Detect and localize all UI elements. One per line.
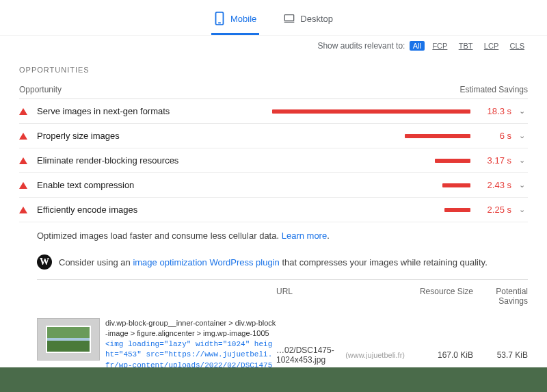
opportunity-row[interactable]: Eliminate render-blocking resources3.17 … <box>19 148 528 173</box>
tab-desktop[interactable]: Desktop <box>281 7 336 35</box>
filter-chip-all[interactable]: All <box>410 41 425 51</box>
desktop-icon <box>284 11 295 26</box>
savings-value: 6 s <box>477 131 511 141</box>
fail-triangle-icon <box>19 182 27 189</box>
col-opportunity: Opportunity <box>19 85 62 94</box>
footer-bar <box>0 367 547 392</box>
fail-triangle-icon <box>19 207 27 213</box>
chevron-down-icon: ⌄ <box>516 131 528 140</box>
chevron-down-icon: ⌄ <box>516 156 528 165</box>
opportunity-row[interactable]: Efficiently encode images2.25 s⌄ <box>19 198 528 222</box>
resource-thumbnail <box>37 318 100 361</box>
savings-bar <box>272 134 470 138</box>
savings-value: 18.3 s <box>477 106 511 116</box>
section-title-opportunities: OPPORTUNITIES <box>19 66 528 74</box>
plugin-link[interactable]: image optimization WordPress plugin <box>133 257 279 267</box>
chevron-down-icon: ⌄ <box>516 107 528 116</box>
wordpress-icon: W <box>37 254 52 270</box>
opportunity-label: Serve images in next-gen formats <box>37 106 272 116</box>
mobile-icon <box>214 11 225 26</box>
savings-value: 2.43 s <box>477 180 511 190</box>
filter-chip-tbt[interactable]: TBT <box>455 41 477 51</box>
tab-mobile[interactable]: Mobile <box>211 7 259 35</box>
filter-chip-lcp[interactable]: LCP <box>481 41 502 51</box>
opportunity-row[interactable]: Serve images in next-gen formats18.3 s⌄ <box>19 99 528 124</box>
opportunity-label: Efficiently encode images <box>37 205 272 215</box>
opportunities-header: Opportunity Estimated Savings <box>19 82 528 99</box>
savings-value: 3.17 s <box>477 155 511 166</box>
opportunity-label: Eliminate render-blocking resources <box>37 155 272 166</box>
fail-triangle-icon <box>19 157 27 164</box>
filter-label: Show audits relevant to: <box>317 41 405 51</box>
filter-chip-fcp[interactable]: FCP <box>429 41 451 51</box>
svg-rect-2 <box>285 15 294 21</box>
audit-description: Optimized images load faster and consume… <box>19 222 528 249</box>
th-url: URL <box>276 287 405 306</box>
savings-bar <box>272 208 470 212</box>
savings-bar <box>272 159 470 163</box>
savings-bar <box>272 109 470 114</box>
savings-value: 2.25 s <box>477 205 511 215</box>
tab-label: Mobile <box>230 14 256 24</box>
tab-label: Desktop <box>300 14 333 24</box>
savings-bar <box>272 183 470 187</box>
device-tabs: Mobile Desktop <box>0 0 547 36</box>
opportunity-row[interactable]: Properly size images6 s⌄ <box>19 124 528 148</box>
table-header: URL Resource Size Potential Savings <box>37 280 528 313</box>
audit-filter: Show audits relevant to: All FCP TBT LCP… <box>0 36 547 53</box>
opportunity-label: Enable text compression <box>37 180 272 190</box>
filter-chip-cls[interactable]: CLS <box>507 41 528 51</box>
fail-triangle-icon <box>19 133 27 140</box>
chevron-down-icon: ⌄ <box>516 181 528 190</box>
opportunity-row[interactable]: Enable text compression2.43 s⌄ <box>19 173 528 198</box>
opportunity-label: Properly size images <box>37 131 272 141</box>
fail-triangle-icon <box>19 108 27 115</box>
th-resource-size: Resource Size <box>405 287 473 306</box>
col-savings: Estimated Savings <box>460 85 528 94</box>
chevron-down-icon: ⌄ <box>516 205 528 214</box>
th-potential-savings: Potential Savings <box>473 287 528 306</box>
learn-more-link[interactable]: Learn more <box>282 231 327 241</box>
wordpress-plugin-suggestion: W Consider using an image optimization W… <box>19 249 528 279</box>
